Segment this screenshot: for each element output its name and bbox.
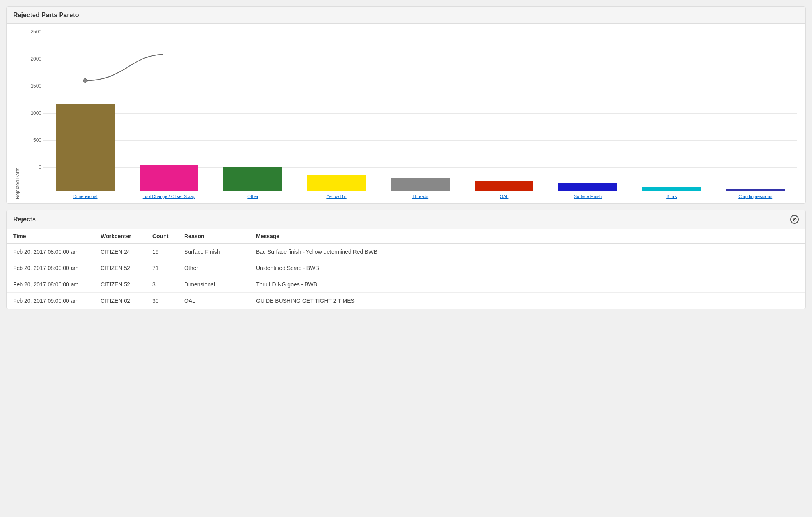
grid-label: 2000	[21, 56, 41, 62]
cell-reason: OAL	[178, 293, 250, 309]
bar[interactable]	[56, 104, 115, 191]
grid-label: 500	[21, 137, 41, 143]
grid-label: 2500	[21, 29, 41, 35]
rejects-table: Time Workcenter Count Reason Message Feb…	[7, 229, 805, 309]
cell-reason: Other	[178, 260, 250, 276]
grid-label: 1500	[21, 83, 41, 89]
rejects-table-wrapper: Time Workcenter Count Reason Message Feb…	[7, 229, 805, 309]
cell-count: 30	[146, 293, 178, 309]
rejects-card: Rejects ⊙ Time Workcenter Count Reason M…	[6, 210, 806, 309]
bar[interactable]	[391, 178, 449, 191]
bar[interactable]	[558, 183, 617, 191]
rejects-title: Rejects	[13, 216, 36, 223]
bar-group: Chip Impressions	[714, 40, 797, 199]
cell-count: 19	[146, 244, 178, 260]
cell-message: Thru I.D NG goes - BWB	[250, 276, 805, 293]
cell-time: Feb 20, 2017 08:00:00 am	[7, 260, 94, 276]
rejects-table-head: Time Workcenter Count Reason Message	[7, 229, 805, 244]
bar-group: Dimensional	[43, 40, 127, 199]
cell-reason: Dimensional	[178, 276, 250, 293]
bar[interactable]	[307, 175, 366, 191]
bar-label[interactable]: Chip Impressions	[738, 194, 773, 199]
bar[interactable]	[223, 167, 282, 191]
cell-workcenter: CITIZEN 52	[94, 276, 146, 293]
bar[interactable]	[726, 189, 785, 191]
chart-area: 25002000150010005000 DimensionalTool Cha…	[23, 32, 797, 199]
cell-message: Bad Surface finish - Yellow determined R…	[250, 244, 805, 260]
bar[interactable]	[642, 187, 701, 191]
bar[interactable]	[475, 181, 533, 191]
cell-workcenter: CITIZEN 24	[94, 244, 146, 260]
y-axis-label: Rejected Parts	[15, 32, 20, 199]
bar-label[interactable]: Other	[246, 194, 259, 199]
bar-group: Other	[211, 40, 295, 199]
cell-message: Unidentified Scrap - BWB	[250, 260, 805, 276]
bars-row: DimensionalTool Change / Offset ScrapOth…	[43, 40, 797, 199]
bar-label[interactable]: Tool Change / Offset Scrap	[142, 194, 196, 199]
table-row: Feb 20, 2017 09:00:00 amCITIZEN 0230OALG…	[7, 293, 805, 309]
cell-time: Feb 20, 2017 09:00:00 am	[7, 293, 94, 309]
grid-line: 2500	[43, 32, 797, 32]
rejects-table-body: Feb 20, 2017 08:00:00 amCITIZEN 2419Surf…	[7, 244, 805, 309]
bar-label[interactable]: Surface Finish	[573, 194, 603, 199]
table-row: Feb 20, 2017 08:00:00 amCITIZEN 2419Surf…	[7, 244, 805, 260]
bar-label[interactable]: Burrs	[666, 194, 677, 199]
bar-group: Surface Finish	[546, 40, 630, 199]
cell-count: 3	[146, 276, 178, 293]
cell-workcenter: CITIZEN 02	[94, 293, 146, 309]
rejects-header: Rejects ⊙	[7, 210, 805, 229]
cell-count: 71	[146, 260, 178, 276]
download-button[interactable]: ⊙	[790, 215, 799, 224]
col-header-workcenter: Workcenter	[94, 229, 146, 244]
pareto-chart-card: Rejected Parts Pareto Rejected Parts 250…	[6, 6, 806, 204]
bar-group: OAL	[462, 40, 546, 199]
bar[interactable]	[140, 164, 198, 191]
chart-container: Rejected Parts 25002000150010005000 Dime…	[7, 24, 805, 203]
grid-label: 0	[21, 164, 41, 170]
bar-group: Burrs	[630, 40, 713, 199]
cell-time: Feb 20, 2017 08:00:00 am	[7, 276, 94, 293]
bar-label[interactable]: Yellow Bin	[326, 194, 347, 199]
col-header-reason: Reason	[178, 229, 250, 244]
table-row: Feb 20, 2017 08:00:00 amCITIZEN 523Dimen…	[7, 276, 805, 293]
bar-label[interactable]: Threads	[412, 194, 429, 199]
pareto-chart-title: Rejected Parts Pareto	[13, 12, 79, 19]
cell-reason: Surface Finish	[178, 244, 250, 260]
bar-label[interactable]: OAL	[499, 194, 509, 199]
col-header-time: Time	[7, 229, 94, 244]
grid-and-bars: 25002000150010005000 DimensionalTool Cha…	[23, 32, 797, 199]
bar-group: Yellow Bin	[295, 40, 378, 199]
bar-group: Tool Change / Offset Scrap	[127, 40, 211, 199]
col-header-message: Message	[250, 229, 805, 244]
cell-message: GUIDE BUSHING GET TIGHT 2 TIMES	[250, 293, 805, 309]
cell-workcenter: CITIZEN 52	[94, 260, 146, 276]
grid-label: 1000	[21, 110, 41, 116]
pareto-chart-header: Rejected Parts Pareto	[7, 7, 805, 24]
col-header-count: Count	[146, 229, 178, 244]
cell-time: Feb 20, 2017 08:00:00 am	[7, 244, 94, 260]
bar-label[interactable]: Dimensional	[72, 194, 98, 199]
bar-group: Threads	[379, 40, 462, 199]
table-row: Feb 20, 2017 08:00:00 amCITIZEN 5271Othe…	[7, 260, 805, 276]
